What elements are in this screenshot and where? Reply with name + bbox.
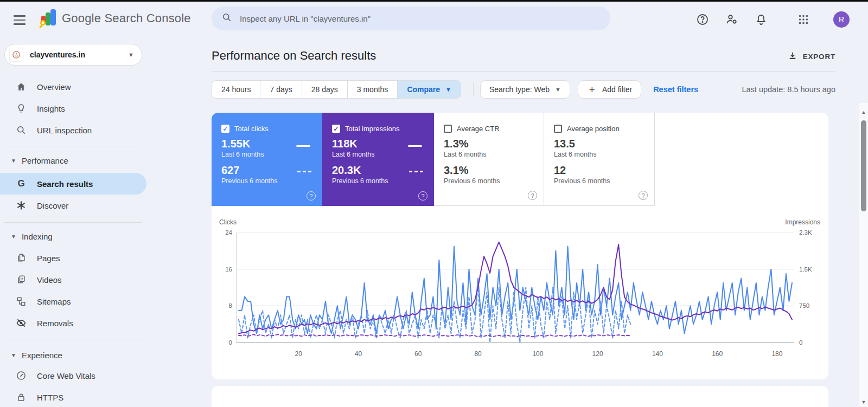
range-3-months-button[interactable]: 3 months: [348, 81, 398, 98]
google-apps-grid-icon[interactable]: [796, 12, 810, 27]
metric-period-previous: Previous 6 months: [554, 177, 646, 185]
sidebar-item-overview[interactable]: Overview: [0, 76, 146, 98]
last-update-text: Last update: 8.5 hours ago: [742, 85, 835, 94]
total-impressions-card[interactable]: ✓ Total impressions 118K Last 6 months 2…: [322, 113, 434, 206]
search-icon: [15, 124, 27, 136]
scroll-up-arrow-icon[interactable]: ▲: [861, 109, 866, 115]
performance-chart: ClicksImpressions2416802.3K1.5K750020406…: [212, 206, 828, 379]
metric-value-current: 1.3%: [444, 138, 535, 150]
eye-off-icon: [15, 317, 27, 329]
browser-top-strip: [0, 0, 868, 2]
metric-label: Average CTR: [457, 125, 500, 133]
checkbox-checked-icon[interactable]: ✓: [332, 125, 340, 133]
add-filter-button[interactable]: ＋ Add filter: [578, 80, 641, 99]
divider: [473, 82, 474, 96]
metric-value-previous: 20.3K: [332, 164, 425, 176]
left-axis-title: Clicks: [219, 218, 237, 226]
scrollbar-thumb[interactable]: [861, 120, 866, 211]
download-icon: [788, 51, 797, 62]
help-icon[interactable]: ?: [307, 191, 316, 201]
divider: [4, 222, 142, 223]
sidebar-item-removals[interactable]: Removals: [0, 312, 146, 334]
sidebar-item-core-web-vitals[interactable]: Core Web Vitals: [0, 365, 146, 386]
total-clicks-card[interactable]: ✓ Total clicks 1.55K Last 6 months 627 P…: [212, 113, 322, 206]
compare-button[interactable]: Compare ▼: [398, 81, 461, 98]
hamburger-menu-icon[interactable]: [12, 12, 27, 28]
reset-filters-link[interactable]: Reset filters: [653, 85, 698, 94]
average-position-card[interactable]: Average position 13.5 Last 6 months 12 P…: [544, 113, 655, 206]
help-icon[interactable]: ?: [418, 191, 427, 201]
url-inspect-search-input[interactable]: Inspect any URL in "clayventures.in": [212, 7, 610, 30]
sidebar-item-label: Core Web Vitals: [37, 371, 95, 380]
chevron-down-icon: ▼: [555, 86, 561, 93]
notifications-bell-icon[interactable]: [754, 12, 768, 27]
metric-label: Total impressions: [345, 125, 399, 133]
divider: [4, 146, 142, 146]
scroll-down-arrow-icon[interactable]: ▼: [861, 399, 866, 405]
svg-text:80: 80: [474, 350, 482, 358]
vertical-scrollbar[interactable]: ▲ ▼: [859, 103, 868, 407]
svg-text:120: 120: [592, 350, 603, 358]
sidebar-item-url-inspection[interactable]: URL inspection: [0, 119, 146, 141]
sidebar-item-label: HTTPS: [37, 393, 63, 402]
export-button[interactable]: EXPORT: [788, 51, 835, 62]
sidebar-item-sitemaps[interactable]: Sitemaps: [0, 290, 146, 312]
section-label: Experience: [22, 351, 62, 360]
section-label: Indexing: [22, 232, 53, 241]
checkbox-unchecked-icon[interactable]: [554, 125, 562, 133]
help-icon[interactable]: ?: [639, 191, 648, 200]
metric-period-current: Last 6 months: [221, 151, 314, 158]
range-7-days-button[interactable]: 7 days: [260, 81, 302, 98]
user-settings-icon[interactable]: [725, 12, 739, 27]
svg-text:1.5K: 1.5K: [799, 266, 812, 273]
sidebar-item-https[interactable]: HTTPS: [0, 386, 146, 407]
metric-value-current: 118K: [332, 138, 425, 150]
metric-label: Average position: [567, 125, 620, 133]
sidebar-item-pages[interactable]: Pages: [0, 247, 146, 269]
svg-text:140: 140: [652, 350, 663, 358]
metric-period-previous: Previous 6 months: [332, 177, 425, 185]
filter-bar: 24 hours 7 days 28 days 3 months Compare…: [212, 80, 835, 99]
right-axis-title: Impressions: [785, 218, 820, 226]
metric-value-previous: 627: [221, 164, 314, 176]
svg-text:24: 24: [225, 229, 232, 236]
metric-period-previous: Previous 6 months: [221, 177, 314, 185]
metric-period-current: Last 6 months: [554, 151, 646, 158]
property-favicon: [9, 48, 23, 62]
sidebar-item-label: Removals: [37, 319, 73, 328]
help-icon[interactable]: ?: [528, 191, 537, 200]
sidebar-section-experience[interactable]: ▼ Experience: [0, 345, 146, 365]
property-selector[interactable]: clayventures.in ▼: [4, 44, 142, 66]
section-label: Performance: [22, 156, 68, 165]
average-ctr-card[interactable]: Average CTR 1.3% Last 6 months 3.1% Prev…: [434, 113, 544, 206]
sidebar-item-label: Videos: [37, 275, 62, 285]
main-content: Performance on Search results EXPORT 24 …: [146, 37, 868, 407]
metric-value-current: 13.5: [554, 138, 646, 150]
checkbox-unchecked-icon[interactable]: [444, 125, 452, 133]
speedometer-icon: [15, 370, 27, 382]
divider: [4, 340, 142, 340]
metric-value-previous: 3.1%: [444, 164, 535, 176]
metric-value-current: 1.55K: [221, 138, 314, 150]
sidebar-item-label: Insights: [37, 104, 65, 113]
svg-text:0: 0: [799, 339, 802, 346]
sidebar-item-videos[interactable]: Videos: [0, 269, 146, 290]
range-24-hours-button[interactable]: 24 hours: [212, 81, 260, 98]
sidebar-section-indexing[interactable]: ▼ Indexing: [0, 227, 146, 246]
sidebar-item-discover[interactable]: Discover: [0, 195, 146, 216]
sidebar-section-performance[interactable]: ▼ Performance: [0, 151, 146, 170]
svg-text:20: 20: [295, 350, 303, 358]
svg-text:16: 16: [225, 266, 232, 273]
date-range-group: 24 hours 7 days 28 days 3 months Compare…: [212, 80, 461, 99]
sidebar-item-insights[interactable]: Insights: [0, 98, 146, 119]
sidebar-item-label: URL inspection: [37, 126, 92, 135]
checkbox-checked-icon[interactable]: ✓: [221, 125, 229, 133]
search-type-dropdown[interactable]: Search type: Web ▼: [480, 80, 570, 99]
help-icon[interactable]: [695, 12, 710, 27]
sidebar: clayventures.in ▼ Overview Insights URL …: [0, 37, 146, 407]
property-name: clayventures.in: [30, 50, 128, 59]
range-28-days-button[interactable]: 28 days: [302, 81, 348, 98]
dashed-line-legend-icon: [409, 171, 423, 172]
account-avatar[interactable]: R: [833, 11, 850, 28]
sidebar-item-search-results[interactable]: G Search results: [0, 173, 146, 195]
